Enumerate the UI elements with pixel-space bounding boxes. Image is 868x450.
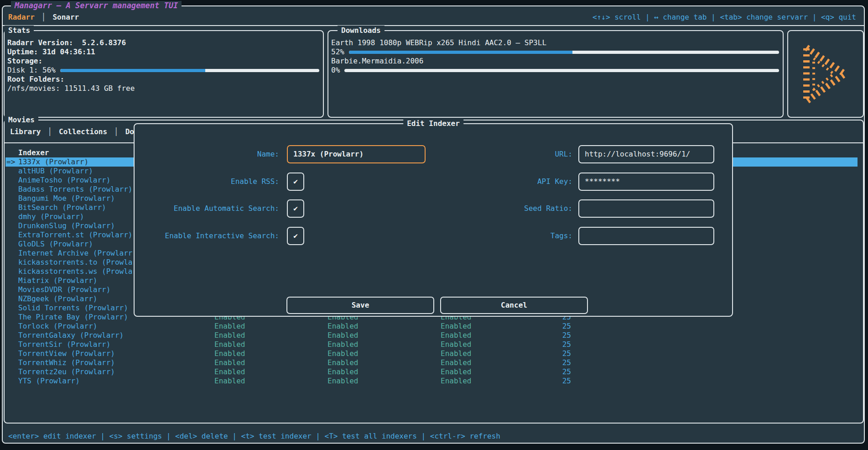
edit-indexer-modal: Edit Indexer Name: 1337x (Prowlarr) URL:… <box>134 123 733 317</box>
enable-interactive-search-checkbox[interactable]: ✔ <box>287 227 304 245</box>
indexer-name-cell: Torlock (Prowlarr) <box>18 322 97 331</box>
indexer-row[interactable]: YTS (Prowlarr)EnabledEnabledEnabled25 <box>5 377 858 386</box>
indexer-row[interactable]: TorrentView (Prowlarr)EnabledEnabledEnab… <box>5 349 858 358</box>
enable-rss-label: Enable RSS: <box>157 177 279 186</box>
indexer-name-cell: dmhy (Prowlarr) <box>18 212 84 221</box>
indexer-name-cell: Internet Archive (Prowlarr) <box>18 249 137 258</box>
indexer-row[interactable]: Torlock (Prowlarr)EnabledEnabledEnabled2… <box>5 322 858 331</box>
rss-status-cell: Enabled <box>214 331 245 340</box>
download-progress-bar <box>344 69 779 72</box>
indexer-name-cell: DrunkenSlug (Prowlarr) <box>18 221 115 230</box>
root-folders-label: Root Folders: <box>7 75 64 84</box>
tab-collections[interactable]: Collections <box>59 127 107 137</box>
indexer-name-cell: BitSearch (Prowlarr) <box>18 203 106 212</box>
url-label: URL: <box>454 150 572 159</box>
stats-panel-title: Stats <box>5 26 34 36</box>
interactive-search-status-cell: Enabled <box>441 377 471 386</box>
name-input[interactable]: 1337x (Prowlarr) <box>287 145 426 163</box>
radarr-version: Radarr Version: 5.2.6.8376 <box>7 38 126 47</box>
modal-title: Edit Indexer <box>403 119 463 129</box>
bottom-help-text: <enter> edit indexer | <s> settings | <d… <box>8 432 500 441</box>
url-input[interactable]: http://localhost:9696/1/ <box>578 145 714 163</box>
indexer-name-cell: kickasstorrents.ws (Prowlarr) <box>18 267 146 276</box>
tags-input[interactable] <box>578 227 714 245</box>
indexer-name-cell: kickasstorrents.to (Prowlarr) <box>18 258 146 267</box>
disk-usage-line: Disk 1: 56% <box>7 66 319 75</box>
priority-cell: 25 <box>551 367 571 377</box>
download-percent-label: 52% <box>331 47 344 57</box>
indexer-name-cell: The Pirate Bay (Prowlarr) <box>18 313 128 322</box>
indexer-name-cell: MoviesDVDR (Prowlarr) <box>18 285 110 294</box>
indexer-name-cell: GloDLS (Prowlarr) <box>18 240 93 249</box>
disk-usage-bar <box>60 69 319 72</box>
indexer-name-cell: ExtraTorrent.st (Prowlarr) <box>18 230 132 240</box>
header-separator <box>3 25 864 26</box>
tags-label: Tags: <box>454 231 572 241</box>
rss-status-cell: Enabled <box>214 367 245 377</box>
tab-divider: │ <box>114 127 119 137</box>
priority-cell: 25 <box>551 340 571 349</box>
download-item-name: Barbie.Mermaidia.2006 <box>331 57 423 66</box>
priority-cell: 25 <box>551 349 571 358</box>
indexer-name-cell: Badass Torrents (Prowlarr) <box>18 185 132 194</box>
interactive-search-status-cell: Enabled <box>441 331 471 340</box>
interactive-search-status-cell: Enabled <box>441 358 471 367</box>
enable-automatic-search-checkbox[interactable]: ✔ <box>287 199 304 218</box>
interactive-search-status-cell: Enabled <box>441 367 471 377</box>
api-key-input[interactable]: ******** <box>578 173 714 191</box>
automatic-search-status-cell: Enabled <box>327 340 358 349</box>
rss-status-cell: Enabled <box>214 349 245 358</box>
indexer-row[interactable]: TorrentGalaxy (Prowlarr)EnabledEnabledEn… <box>5 331 858 340</box>
indexer-name-cell: Solid Torrents (Prowlarr) <box>18 303 128 313</box>
download-progress-line: 52% <box>331 47 779 57</box>
rss-status-cell: Enabled <box>214 340 245 349</box>
indexer-name-cell: Bangumi Moe (Prowlarr) <box>18 194 115 203</box>
automatic-search-status-cell: Enabled <box>327 377 358 386</box>
top-help-text: <↑↓> scroll | ↔ change tab | <tab> chang… <box>593 13 856 22</box>
indexer-name-cell: AnimeTosho (Prowlarr) <box>18 176 110 185</box>
indexer-name-cell: Torrentz2eu (Prowlarr) <box>18 367 115 377</box>
selected-row-prefix: => <box>6 157 15 167</box>
enable-interactive-search-label: Enable Interactive Search: <box>157 231 279 241</box>
logo-panel <box>787 30 864 118</box>
tab-library[interactable]: Library <box>10 127 41 137</box>
indexer-row[interactable]: TorrentWhiz (Prowlarr)EnabledEnabledEnab… <box>5 358 858 367</box>
indexer-name-cell: YTS (Prowlarr) <box>18 377 80 386</box>
indexer-name-cell: TorrentView (Prowlarr) <box>18 349 115 358</box>
root-folder-free: /nfs/movies: 11511.43 GB free <box>7 84 135 93</box>
rss-status-cell: Enabled <box>214 322 245 331</box>
automatic-search-status-cell: Enabled <box>327 367 358 377</box>
indexer-name-cell: 1337x (Prowlarr) <box>18 157 88 167</box>
enable-automatic-search-label: Enable Automatic Search: <box>157 204 279 213</box>
indexer-name-cell: TorrentWhiz (Prowlarr) <box>18 358 115 367</box>
indexer-name-cell: TorrentGalaxy (Prowlarr) <box>18 331 124 340</box>
servarr-tabbar: Radarr │ Sonarr <box>8 12 79 22</box>
cancel-button[interactable]: Cancel <box>440 297 588 314</box>
uptime: Uptime: 31d 04:36:11 <box>7 47 95 57</box>
rss-status-cell: Enabled <box>214 377 245 386</box>
tab-sonarr[interactable]: Sonarr <box>52 12 79 22</box>
indexer-name-cell: altHUB (Prowlarr) <box>18 167 93 176</box>
indexer-column-header: Indexer <box>18 148 49 157</box>
priority-cell: 25 <box>551 358 571 367</box>
indexer-name-cell: NZBgeek (Prowlarr) <box>18 294 97 303</box>
name-label: Name: <box>157 150 279 159</box>
indexer-name-cell: Miatrix (Prowlarr) <box>18 276 97 285</box>
save-button[interactable]: Save <box>286 297 434 314</box>
tab-divider: │ <box>47 127 52 137</box>
enable-rss-checkbox[interactable]: ✔ <box>287 173 304 191</box>
downloads-panel: Downloads Earth 1998 1080p WEBRip x265 H… <box>327 30 784 118</box>
seed-ratio-input[interactable] <box>578 199 714 218</box>
managarr-play-logo <box>797 40 854 109</box>
priority-cell: 25 <box>551 322 571 331</box>
download-item-name: Earth 1998 1080p WEBRip x265 Hindi AAC2.… <box>331 38 546 47</box>
indexer-row[interactable]: TorrentSir (Prowlarr)EnabledEnabledEnabl… <box>5 340 858 349</box>
seed-ratio-label: Seed Ratio: <box>454 204 572 213</box>
indexer-row[interactable]: Torrentz2eu (Prowlarr)EnabledEnabledEnab… <box>5 367 858 377</box>
tab-radarr[interactable]: Radarr <box>8 12 35 22</box>
automatic-search-status-cell: Enabled <box>327 331 358 340</box>
movies-panel-title: Movies <box>5 115 38 125</box>
automatic-search-status-cell: Enabled <box>327 358 358 367</box>
download-progress-line: 0% <box>331 66 779 75</box>
automatic-search-status-cell: Enabled <box>327 322 358 331</box>
